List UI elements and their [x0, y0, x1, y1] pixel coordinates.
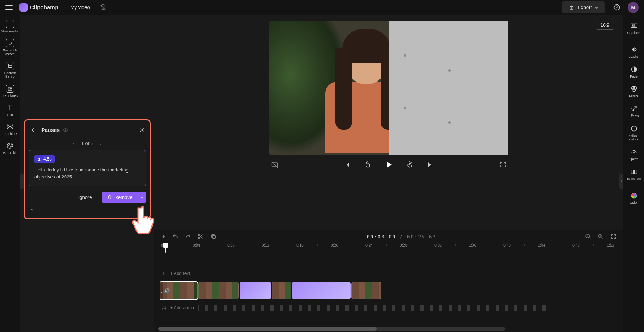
svg-point-16: [165, 308, 166, 310]
undo-button[interactable]: [172, 234, 180, 240]
fullscreen-button[interactable]: [498, 159, 508, 170]
playhead[interactable]: [165, 243, 166, 253]
remove-button[interactable]: Remove: [102, 192, 138, 203]
ruler-mark: 0:48: [572, 243, 579, 247]
remove-dropdown[interactable]: ▾: [138, 192, 146, 203]
video-clip[interactable]: [272, 282, 291, 299]
tool-effects[interactable]: Effects: [625, 102, 643, 120]
nav-brand-kit[interactable]: Brand kit: [1, 139, 19, 157]
pause-clip[interactable]: [292, 282, 351, 299]
nav-record-create[interactable]: Record & create: [1, 37, 19, 58]
nav-text[interactable]: TText: [1, 101, 19, 119]
split-button[interactable]: [198, 234, 205, 240]
text-track-icon: [161, 271, 166, 276]
captions-icon: CC: [630, 22, 638, 30]
clip-handle-left[interactable]: ⋮: [160, 282, 163, 299]
brandkit-icon: [6, 142, 14, 150]
pager-next[interactable]: ›: [100, 140, 101, 146]
pause-clip[interactable]: [240, 282, 271, 299]
tool-audio[interactable]: Audio: [625, 43, 643, 61]
rewind-button[interactable]: [363, 159, 373, 170]
help-icon: [613, 4, 620, 11]
nav-templates[interactable]: Templates: [1, 82, 19, 100]
copy-icon: [210, 234, 216, 240]
video-preview[interactable]: [269, 21, 508, 155]
tool-fade[interactable]: Fade: [625, 63, 643, 80]
skip-forward-button[interactable]: [425, 159, 436, 170]
project-name-input[interactable]: My video: [66, 3, 94, 12]
right-panel-collapse[interactable]: ‹: [619, 174, 623, 189]
plus-icon: [6, 20, 14, 28]
hourglass-icon: [37, 157, 41, 161]
tool-adjust-colors[interactable]: Adjust colors: [625, 122, 643, 143]
copy-button[interactable]: [210, 234, 218, 240]
text-track[interactable]: + Add text: [160, 268, 623, 279]
tool-captions[interactable]: CCCaptions: [625, 19, 643, 37]
clip-handle-right[interactable]: ⋮: [194, 282, 197, 299]
undo-icon: [172, 234, 178, 240]
tool-transition[interactable]: Transition: [625, 165, 643, 183]
svg-rect-3: [8, 87, 10, 90]
arrow-left-icon: [30, 127, 36, 133]
audio-track-row[interactable]: + Add audio: [160, 302, 623, 313]
text-icon: T: [6, 104, 14, 112]
video-clip[interactable]: [198, 282, 239, 299]
help-button[interactable]: [610, 1, 623, 14]
timeline-horizontal-scrollbar[interactable]: [158, 327, 505, 331]
left-sidebar: Your media Record & create Content libra…: [0, 15, 20, 332]
tool-speed[interactable]: Speed: [625, 146, 643, 163]
panel-collapse[interactable]: ⌄: [29, 205, 146, 213]
clip-mute-icon[interactable]: 🔊: [164, 288, 170, 293]
tool-color[interactable]: Color: [625, 189, 643, 207]
right-sidebar: CCCaptions Audio Fade Filters Effects Ad…: [623, 15, 644, 332]
hamburger-menu[interactable]: [5, 4, 13, 11]
panel-close-button[interactable]: [138, 126, 146, 134]
video-clip[interactable]: [351, 282, 381, 299]
zoom-in-button[interactable]: [598, 234, 605, 240]
transition-icon: [630, 168, 638, 176]
nav-content-library[interactable]: Content library: [1, 60, 19, 81]
svg-rect-2: [8, 64, 12, 67]
aspect-ratio-selector[interactable]: 16:9: [596, 21, 614, 30]
export-button[interactable]: Export: [562, 1, 605, 13]
pause-card[interactable]: 4.5s Hello, today I'd like to introduce …: [29, 150, 146, 186]
ruler-mark: 0:04: [193, 243, 200, 247]
svg-point-11: [198, 237, 200, 239]
ruler-mark: 0: [161, 243, 163, 247]
forward-button[interactable]: [404, 159, 415, 170]
svg-point-15: [162, 309, 163, 310]
brand-name: Clipchamp: [30, 4, 59, 10]
timeline-ruler[interactable]: 00:040:080:120:160:200:240:280:320:360:4…: [160, 243, 623, 253]
effects-icon: [630, 105, 638, 113]
cc-off-icon: [271, 161, 278, 168]
video-track[interactable]: ⋮⋮🔊: [160, 281, 623, 300]
tool-filters[interactable]: Filters: [625, 83, 643, 100]
play-button[interactable]: [384, 159, 394, 170]
video-clip[interactable]: ⋮⋮🔊: [160, 282, 198, 299]
project-name-text: My video: [71, 4, 90, 10]
captions-toggle[interactable]: [269, 159, 280, 170]
upload-icon: [569, 4, 575, 10]
audio-waveform[interactable]: [198, 305, 548, 311]
user-avatar[interactable]: M: [628, 2, 639, 13]
svg-point-1: [617, 9, 617, 9]
info-icon[interactable]: ⓘ: [63, 127, 68, 133]
skip-back-button[interactable]: [342, 159, 352, 170]
pause-transcript: Hello, today I'd like to introduce the m…: [34, 167, 140, 181]
svg-text:CC: CC: [632, 24, 636, 27]
nav-transitions[interactable]: Transitions: [1, 120, 19, 138]
ignore-button[interactable]: Ignore: [72, 192, 99, 203]
zoom-fit-button[interactable]: [610, 234, 618, 240]
adjust-colors-icon: [630, 124, 638, 133]
zoom-out-button[interactable]: [585, 234, 593, 240]
transitions-icon: [6, 123, 14, 131]
ruler-mark: 0:28: [400, 243, 407, 247]
panel-back-button[interactable]: [29, 126, 38, 135]
pager-prev[interactable]: ‹: [73, 140, 74, 146]
svg-point-8: [11, 145, 12, 145]
nav-your-media[interactable]: Your media: [1, 18, 19, 35]
redo-button[interactable]: [185, 234, 193, 240]
magic-button[interactable]: ✦: [160, 234, 167, 240]
panel-title: Pauses: [41, 127, 60, 133]
skip-forward-icon: [427, 161, 434, 168]
